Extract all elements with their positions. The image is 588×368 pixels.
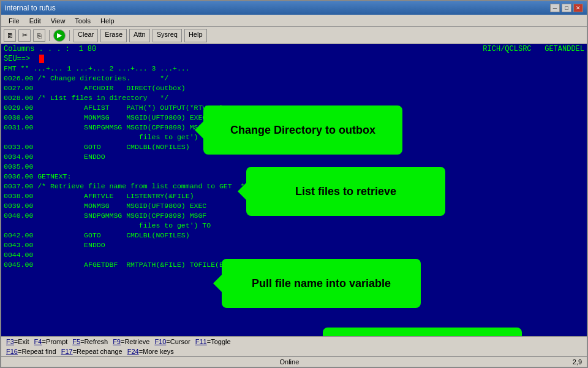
fkey-f17[interactable]: F17=Repeat change xyxy=(61,348,123,355)
toolbar-sysreq-button[interactable]: Sysreq xyxy=(153,29,182,42)
toolbar-icon-3[interactable]: ⎘ xyxy=(33,29,45,42)
toolbar-sep-1 xyxy=(49,30,50,41)
callout-get-remote: Get remote file xyxy=(323,328,522,336)
function-keys-row2: F16=Repeat find F17=Repeat change F24=Mo… xyxy=(1,347,587,356)
menu-tools[interactable]: Tools xyxy=(70,16,96,26)
toolbar-erase-button[interactable]: Erase xyxy=(100,29,127,42)
fkey-f24[interactable]: F24=More keys xyxy=(127,348,174,355)
toolbar-play-button[interactable]: ▶ xyxy=(53,29,66,42)
minimize-button[interactable]: ─ xyxy=(550,4,560,12)
toolbar-attn-button[interactable]: Attn xyxy=(129,29,150,42)
code-line-fmt: FMT ** ...+... 1 ...+... 2 ...+... 3 ...… xyxy=(4,64,584,74)
code-area[interactable]: FMT ** ...+... 1 ...+... 2 ...+... 3 ...… xyxy=(1,64,587,336)
code-line-0043: 0043.00 ENDDO xyxy=(4,240,584,250)
fkey-f16[interactable]: F16=Repeat find xyxy=(6,348,56,355)
seu-label: SEU==> xyxy=(4,55,44,63)
editor-area: Columns . . . : 1 80 RICH/QCLSRC GETANDD… xyxy=(1,44,587,336)
menu-file[interactable]: File xyxy=(4,16,24,26)
menu-view[interactable]: View xyxy=(46,16,70,26)
status-position: 2,9 xyxy=(573,358,582,366)
status-bar: Online 2,9 xyxy=(1,356,587,367)
seu-line: SEU==> xyxy=(1,54,587,64)
toolbar-help-button[interactable]: Help xyxy=(184,29,207,42)
code-line-0027: 0027.00 AFCHDIR DIRECT(outbox) xyxy=(4,83,584,93)
menu-edit[interactable]: Edit xyxy=(24,16,46,26)
function-keys-row1: F3=Exit F4=Prompt F5=Refresh F9=Retrieve… xyxy=(1,337,587,347)
toolbar-sep-2 xyxy=(69,30,70,41)
toolbar: 🖹 ✂ ⎘ ▶ Clear Erase Attn Sysreq Help xyxy=(1,27,587,44)
callout-pull-filename: Pull file name into variable xyxy=(222,259,421,308)
code-line-0042: 0042.00 GOTO CMDLBL(NOFILES) xyxy=(4,231,584,240)
fkey-f3[interactable]: F3=Exit xyxy=(6,338,29,345)
code-line-cont2: files to get') TO xyxy=(4,221,584,231)
toolbar-clear-button[interactable]: Clear xyxy=(74,29,98,42)
window-title: internal to rufus xyxy=(5,4,56,12)
fkey-f4[interactable]: F4=Prompt xyxy=(34,338,68,345)
menu-bar: File Edit View Tools Help xyxy=(1,15,587,27)
fkey-f10[interactable]: F10=Cursor xyxy=(154,338,190,345)
code-line-0028: 0028.00 /* List files in directory */ xyxy=(4,93,584,103)
main-window: internal to rufus ─ □ ✕ File Edit View T… xyxy=(0,0,588,368)
right-labels: RICH/QCLSRC GETANDDEL xyxy=(483,45,584,53)
menu-help[interactable]: Help xyxy=(96,16,119,26)
toolbar-icon-1[interactable]: 🖹 xyxy=(4,29,16,42)
fkey-f9[interactable]: F9=Retrieve xyxy=(113,338,149,345)
status-line: Columns . . . : 1 80 RICH/QCLSRC GETANDD… xyxy=(1,44,587,54)
window-controls: ─ □ ✕ xyxy=(550,4,583,12)
fkey-f5[interactable]: F5=Refresh xyxy=(72,338,108,345)
columns-label: Columns . . . : 1 80 xyxy=(4,45,96,53)
close-button[interactable]: ✕ xyxy=(573,4,583,12)
function-key-bar: F3=Exit F4=Prompt F5=Refresh F9=Retrieve… xyxy=(1,336,587,356)
callout-list-files: List files to retrieve xyxy=(246,167,445,216)
maximize-button[interactable]: □ xyxy=(562,4,571,12)
title-bar: internal to rufus ─ □ ✕ xyxy=(1,1,587,15)
fkey-f11[interactable]: F11=Toggle xyxy=(195,338,231,345)
toolbar-icon-2[interactable]: ✂ xyxy=(18,29,31,42)
status-online: Online xyxy=(6,358,573,366)
code-line-0026: 0026.00 /* Change directories. */ xyxy=(4,74,584,83)
callout-change-directory: Change Directory to outbox xyxy=(203,105,402,155)
